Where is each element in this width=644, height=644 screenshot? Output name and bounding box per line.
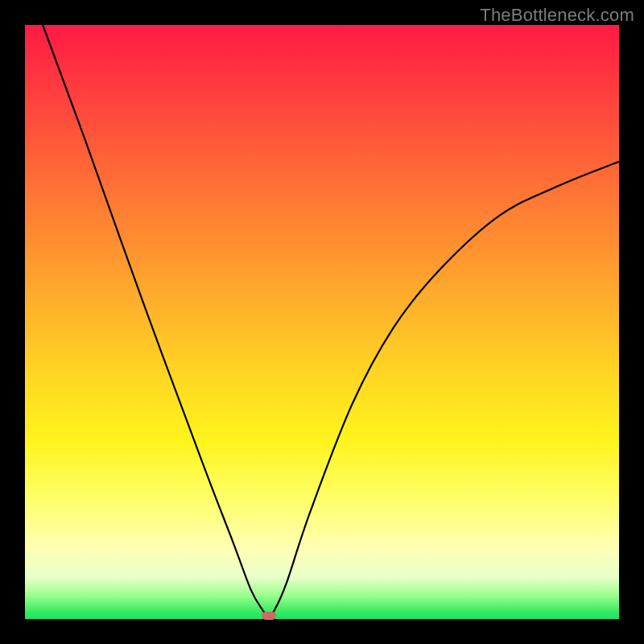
chart-stage: TheBottleneck.com xyxy=(0,0,644,644)
watermark-text: TheBottleneck.com xyxy=(480,5,634,26)
optimal-marker xyxy=(262,612,276,620)
bottleneck-curve xyxy=(25,25,619,619)
plot-area xyxy=(25,25,619,619)
